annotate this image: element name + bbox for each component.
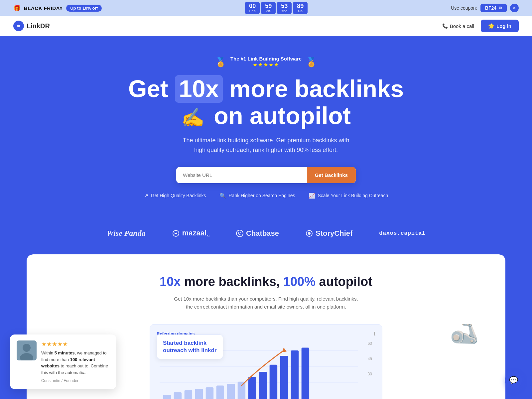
card-title-mid: more backlinks, bbox=[181, 275, 283, 289]
hero-title-part1: Get bbox=[128, 75, 175, 102]
book-call-button[interactable]: 📞 Book a call bbox=[442, 23, 474, 29]
svg-rect-9 bbox=[185, 390, 192, 399]
login-label: Log in bbox=[496, 23, 511, 29]
review-card: ★★★★★ Within 5 minutes, we managed to fi… bbox=[10, 334, 116, 389]
chat-icon: 💬 bbox=[509, 376, 518, 385]
review-content: ★★★★★ Within 5 minutes, we managed to fi… bbox=[41, 340, 110, 383]
book-call-label: Book a call bbox=[450, 23, 474, 29]
coupon-label: Use coupon: bbox=[451, 5, 477, 11]
logos-section: Wise Panda mazaalAI C Chatbase StoryChie… bbox=[0, 215, 532, 254]
coupon-text: BF24 bbox=[485, 5, 496, 11]
svg-point-3 bbox=[308, 232, 311, 235]
svg-rect-7 bbox=[163, 395, 171, 399]
laurel-right: 🏅 bbox=[306, 57, 317, 67]
countdown-timer: 00 HRS 59 MIN 53 SEC 89 MS bbox=[245, 2, 308, 14]
brand-logo-mazaal: mazaalAI bbox=[172, 229, 209, 238]
search-icon: 🔍 bbox=[219, 193, 226, 199]
svg-rect-17 bbox=[270, 365, 277, 399]
timer-hours: 00 HRS bbox=[245, 2, 260, 14]
card-title-end: autopilot bbox=[316, 275, 372, 289]
timer-seconds: 53 SEC bbox=[277, 2, 292, 14]
nav-right: 📞 Book a call 🌟 Log in bbox=[442, 20, 519, 32]
feature-item-3: 📈 Scale Your Link Building Outreach bbox=[309, 193, 388, 199]
coupon-code[interactable]: BF24 ⧉ bbox=[480, 4, 507, 12]
hero-badge: 🏅 The #1 Link Building Software ★★★★★ 🏅 bbox=[13, 56, 519, 68]
brand-logo-wisepanda: Wise Panda bbox=[107, 229, 146, 238]
logo-text: LinkDR bbox=[27, 22, 50, 30]
chat-bubble-button[interactable]: 💬 bbox=[505, 372, 522, 389]
get-backlinks-button[interactable]: Get Backlinks bbox=[307, 167, 356, 183]
gift-icon: 🎁 bbox=[13, 4, 21, 12]
svg-rect-16 bbox=[259, 372, 267, 399]
svg-marker-21 bbox=[282, 347, 287, 352]
phone-icon: 📞 bbox=[442, 23, 448, 29]
svg-rect-12 bbox=[216, 386, 224, 399]
brand-logo-daxos: daxos.capital bbox=[379, 230, 425, 236]
hero-subtitle: The ultimate link building software. Get… bbox=[180, 136, 352, 155]
feature-item-1: ↗ Get High Quality Backlinks bbox=[144, 193, 206, 199]
y-label-30: 30 bbox=[368, 372, 372, 376]
top-banner: 🎁 BLACK FRIDAY Up to 10% off 00 HRS 59 M… bbox=[0, 0, 532, 16]
banner-right: Use coupon: BF24 ⧉ ✕ bbox=[451, 4, 519, 12]
svg-rect-10 bbox=[195, 389, 203, 399]
banner-left: 🎁 BLACK FRIDAY Up to 10% off bbox=[13, 4, 102, 12]
y-label-60: 60 bbox=[368, 341, 372, 346]
card-title-blue1: 10x bbox=[160, 275, 181, 289]
svg-rect-8 bbox=[174, 392, 182, 399]
search-bar: Get Backlinks bbox=[176, 167, 356, 183]
feature-item-2: 🔍 Rank Higher on Search Engines bbox=[219, 193, 295, 199]
annotation-title: Started backlinkoutreach with linkdr bbox=[163, 339, 217, 354]
login-emoji: 🌟 bbox=[488, 23, 494, 29]
hero-title-line2: on autopilot bbox=[207, 102, 351, 129]
robot-arm-decoration: 🦾 bbox=[450, 324, 479, 345]
svg-rect-20 bbox=[302, 347, 309, 399]
chart-annotation-box: Started backlinkoutreach with linkdr bbox=[157, 334, 223, 359]
login-button[interactable]: 🌟 Log in bbox=[481, 20, 519, 32]
hero-features: ↗ Get High Quality Backlinks 🔍 Rank High… bbox=[13, 193, 519, 199]
hero-title-highlight: 10x bbox=[175, 75, 223, 103]
brand-logo-chatbase: C Chatbase bbox=[236, 229, 279, 238]
badge-text: The #1 Link Building Software bbox=[230, 56, 302, 62]
svg-rect-18 bbox=[280, 356, 288, 399]
card-subtitle: Get 10x more backlinks than your competi… bbox=[173, 295, 359, 311]
banner-close-button[interactable]: ✕ bbox=[510, 4, 519, 12]
logo[interactable]: LinkDR bbox=[13, 21, 50, 31]
hero-emoji: ✍️ bbox=[181, 107, 204, 128]
timer-minutes: 59 MIN bbox=[261, 2, 276, 14]
logo-icon bbox=[13, 21, 24, 31]
hero-stars: ★★★★★ bbox=[230, 62, 302, 68]
copy-icon: ⧉ bbox=[499, 6, 502, 10]
hero-title: Get 10x more backlinks ✍️ on autopilot bbox=[13, 75, 519, 129]
navbar: LinkDR 📞 Book a call 🌟 Log in bbox=[0, 16, 532, 36]
card-title-blue2: 100% bbox=[283, 275, 316, 289]
svg-text:C: C bbox=[238, 231, 241, 236]
svg-rect-11 bbox=[206, 387, 213, 399]
hero-section: 🏅 The #1 Link Building Software ★★★★★ 🏅 … bbox=[0, 36, 532, 215]
laurel-left: 🏅 bbox=[215, 57, 226, 67]
brand-logo-storychief: StoryChief bbox=[306, 229, 352, 238]
feature-label-1: Get High Quality Backlinks bbox=[151, 193, 206, 198]
chart-container: Referring domains ℹ 60 45 30 bbox=[150, 324, 382, 399]
review-text: Within 5 minutes, we managed to find mor… bbox=[41, 350, 110, 376]
card-title: 10x more backlinks, 100% autopilot bbox=[47, 274, 485, 290]
review-top: ★★★★★ Within 5 minutes, we managed to fi… bbox=[17, 340, 110, 383]
svg-rect-14 bbox=[238, 382, 245, 399]
feature-label-2: Rank Higher on Search Engines bbox=[229, 193, 295, 198]
hero-title-part2: more backlinks bbox=[223, 75, 404, 102]
external-link-icon: ↗ bbox=[144, 193, 148, 199]
chart-icon: 📈 bbox=[309, 193, 315, 199]
y-label-45: 45 bbox=[368, 356, 372, 361]
reviewer-avatar bbox=[17, 340, 37, 360]
discount-badge: Up to 10% off bbox=[66, 5, 102, 12]
svg-point-23 bbox=[23, 344, 31, 352]
svg-rect-19 bbox=[291, 350, 299, 399]
website-url-input[interactable] bbox=[176, 167, 307, 183]
review-stars: ★★★★★ bbox=[41, 340, 110, 348]
review-author: Constantin / Founder bbox=[41, 378, 110, 383]
svg-rect-13 bbox=[227, 384, 235, 399]
feature-label-3: Scale Your Link Building Outreach bbox=[318, 193, 388, 198]
black-friday-label: BLACK FRIDAY bbox=[24, 5, 63, 11]
chart-info-icon: ℹ bbox=[374, 331, 375, 336]
timer-ms: 89 MS bbox=[293, 2, 308, 14]
svg-rect-15 bbox=[248, 377, 256, 399]
